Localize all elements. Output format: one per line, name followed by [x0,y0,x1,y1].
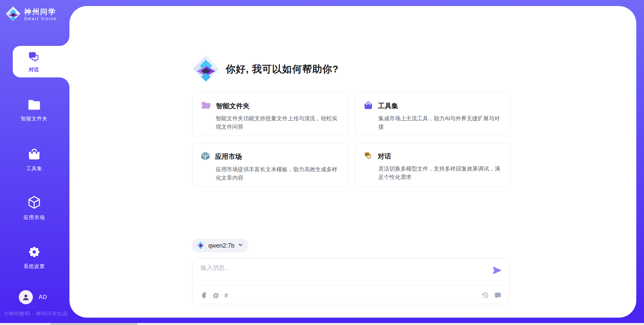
user-profile[interactable]: AD [19,290,47,304]
mention-icon[interactable]: @ [213,292,219,299]
card-description: 智能文件夹功能支持批量文件上传与清洗，轻松实现文件问答 [216,114,339,131]
gear-icon [27,245,41,260]
tab-curve-top [59,36,69,46]
user-name: AD [39,294,47,301]
card-description: 灵活切换多模型文件，支持多样回复效果调试，满足个性化需求 [378,165,501,181]
message-composer: @ # [192,258,510,304]
brand-title: 神州问学 [24,8,57,16]
chevron-down-icon [238,242,243,249]
card-chat[interactable]: 对话 灵活切换多模型文件，支持多样回复效果调试，满足个性化需求 [355,143,511,187]
sidebar-item-label: 对话 [29,67,39,73]
card-title: 对话 [378,152,391,161]
sidebar-item-settings[interactable]: 系统设置 [0,245,68,270]
sidebar-item-label: 系统设置 [23,263,45,270]
sidebar-item-chat[interactable]: 对话 [13,46,69,77]
folder-icon [27,99,42,113]
horizontal-scrollbar [0,323,644,325]
sidebar-item-label: 智能文件夹 [21,116,48,122]
diamond-logo-icon [192,55,220,84]
card-title: 智能文件夹 [216,102,250,111]
card-smart-folder[interactable]: 智能文件夹 智能文件夹功能支持批量文件上传与清洗，轻松实现文件问答 [192,92,348,136]
briefcase-icon [364,101,373,111]
conversations-icon[interactable] [494,292,501,299]
person-icon [22,293,30,301]
chat-bubbles-icon [364,151,373,161]
attachment-icon[interactable] [201,291,207,299]
diamond-logo-icon [196,241,205,251]
card-description: 集成市场上主流工具，助力AI与外界无缝扩展与对接 [378,114,501,131]
composer-divider [198,285,504,286]
model-selector[interactable]: qwen2:7b [192,239,249,252]
tab-curve-bottom [59,77,69,87]
sidebar-item-smart-folder[interactable]: 智能文件夹 [0,99,68,122]
toolbox-icon [27,148,41,162]
brand: 神州问学 Smart Vision [5,6,57,23]
greeting: 你好, 我可以如何帮助你? [192,55,339,84]
message-input[interactable] [201,264,489,283]
avatar [19,290,33,304]
history-icon[interactable] [482,291,489,299]
brand-subtitle: Smart Vision [24,16,57,21]
feature-cards: 智能文件夹 智能文件夹功能支持批量文件上传与清洗，轻松实现文件问答 工具集 集成… [192,92,511,187]
sidebar: 神州问学 Smart Vision 对话 智能文件夹 工具集 [0,0,69,325]
chat-bubbles-icon [27,50,41,65]
send-icon[interactable] [492,266,501,274]
card-app-market[interactable]: 应用市场 应用市场提供丰富长文本模板，助力高效生成多样化文章内容 [192,143,348,187]
grid-cube-icon [201,151,210,162]
card-description: 应用市场提供丰富长文本模板，助力高效生成多样化文章内容 [216,165,339,182]
sidebar-item-app-market[interactable]: 应用市场 [0,195,68,221]
sidebar-item-label: 应用市场 [23,214,45,221]
diamond-logo-icon [5,6,21,23]
topic-icon[interactable]: # [224,292,228,299]
card-title: 工具集 [378,102,398,111]
model-name: qwen2:7b [208,242,234,249]
scrollbar-thumb[interactable] [50,323,138,325]
card-toolset[interactable]: 工具集 集成市场上主流工具，助力AI与外界无缝扩展与对接 [355,92,511,136]
card-title: 应用市场 [215,152,242,161]
page-title: 你好, 我可以如何帮助你? [226,63,339,76]
copyright-text: ©神州数码 · 神州问学出品 [5,311,68,317]
main-panel: 你好, 我可以如何帮助你? 智能文件夹 智能文件夹功能支持批量文件上传与清洗，轻… [69,6,636,318]
sidebar-item-toolset[interactable]: 工具集 [0,148,68,172]
folder-open-icon [201,101,211,111]
cube-icon [27,195,42,211]
sidebar-item-label: 工具集 [26,166,42,172]
